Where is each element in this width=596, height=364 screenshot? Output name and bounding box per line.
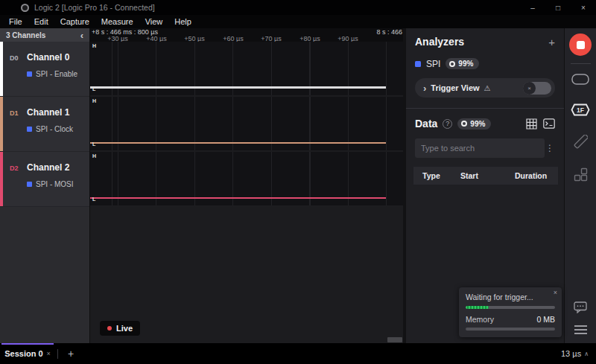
channel-row-2[interactable]: D2 Channel 2 SPI - MOSI (0, 152, 89, 207)
device-settings-button[interactable] (571, 74, 589, 85)
tool-sidebar: 1F (564, 28, 596, 343)
menu-measure[interactable]: Measure (95, 17, 139, 26)
channel-row-1[interactable]: D1 Channel 1 SPI - Clock (0, 97, 89, 152)
live-label: Live (116, 324, 133, 333)
analyzer-label: SPI - Enable (36, 70, 77, 78)
maximize-button[interactable]: □ (545, 0, 571, 15)
close-button[interactable]: × (571, 0, 596, 15)
waveform-viewport[interactable]: +8 s : 466 ms : 800 µs 8 s : 466 +30 µs … (90, 28, 406, 343)
analyzers-panel: Analyzers + SPI 99% › Trigger View ⚠ × D… (406, 28, 564, 343)
close-popup-icon[interactable]: × (554, 289, 557, 296)
channel-name[interactable]: Channel 1 (27, 107, 69, 118)
collapse-sidebar-icon[interactable]: ‹ (80, 31, 83, 40)
low-marker: L (92, 197, 95, 202)
low-marker: L (92, 86, 95, 92)
trigger-view-label: Trigger View (431, 83, 479, 92)
column-duration[interactable]: Duration (515, 171, 558, 180)
progress-ring-icon (449, 61, 455, 67)
waveform-track-0[interactable]: H L (90, 42, 403, 95)
main-area: 3 Channels ‹ D0 Channel 0 SPI - Enable D… (0, 28, 596, 343)
ruler-icon (574, 135, 588, 149)
progress-value: 99% (470, 120, 485, 128)
trigger-progress-bar (466, 306, 555, 309)
active-tab-indicator (1, 343, 54, 345)
search-input[interactable] (415, 138, 545, 158)
chevron-up-icon: ∧ (584, 351, 589, 357)
waveform-track-2[interactable]: H L (90, 152, 403, 205)
memory-label: Memory (466, 315, 494, 324)
trigger-progress-fill (466, 306, 489, 309)
menu-edit[interactable]: Edit (28, 17, 54, 26)
chat-bubble-icon (574, 301, 587, 313)
timeline-ticks: +30 µs +40 µs +50 µs +60 µs +70 µs +80 µ… (90, 35, 403, 42)
horizontal-scrollbar-thumb[interactable] (387, 337, 402, 342)
display-radix-button[interactable]: 1F (571, 103, 590, 116)
waiting-for-trigger-popup: × Waiting for trigger... Memory 0 MB (459, 287, 562, 337)
channel-id: D0 (10, 54, 19, 62)
data-title: Data (415, 118, 437, 130)
menu-view[interactable]: View (139, 17, 169, 26)
column-type[interactable]: Type (422, 171, 460, 180)
feedback-button[interactable] (574, 301, 587, 313)
menu-file[interactable]: File (3, 17, 28, 26)
analyzer-item-spi[interactable]: SPI 99% (415, 58, 555, 69)
analyzer-name: SPI (426, 59, 440, 69)
capture-duration-value: 13 µs (561, 349, 581, 358)
channel-analyzer-tag[interactable]: SPI - Enable (27, 70, 77, 78)
sidebar-divider (571, 63, 591, 64)
session-tab[interactable]: Session 0 × (0, 343, 55, 364)
hex-radix-icon: 1F (571, 103, 590, 116)
main-menu-button[interactable] (574, 325, 587, 334)
help-icon[interactable]: ? (443, 119, 452, 129)
window-title: Logic 2 [Logic Pro 16 - Connected] (34, 3, 155, 12)
window-controls: – □ × (520, 0, 596, 15)
new-session-button[interactable]: + (60, 348, 81, 360)
measurements-button[interactable] (574, 135, 588, 149)
close-session-icon[interactable]: × (47, 350, 51, 357)
analyzer-color-icon (27, 127, 32, 132)
channels-header: 3 Channels ‹ (0, 28, 89, 42)
toggle-knob-off-icon: × (523, 82, 536, 95)
data-table-header: Type Start Duration (413, 167, 558, 185)
menu-help[interactable]: Help (168, 17, 197, 26)
channel-analyzer-tag[interactable]: SPI - Clock (27, 125, 73, 133)
timeline-ruler[interactable]: +8 s : 466 ms : 800 µs 8 s : 466 +30 µs … (90, 28, 403, 42)
channel-name[interactable]: Channel 2 (27, 162, 69, 173)
column-start[interactable]: Start (460, 171, 515, 180)
channel-id: D2 (10, 165, 19, 172)
stop-capture-button[interactable] (569, 33, 592, 56)
channel-color-strip (0, 42, 3, 96)
capture-duration-control[interactable]: 13 µs ∧ (561, 349, 596, 358)
data-view-buttons (526, 118, 555, 130)
svg-text:1F: 1F (577, 106, 584, 114)
live-button[interactable]: Live (100, 321, 140, 336)
channel-analyzer-tag[interactable]: SPI - MOSI (27, 180, 74, 188)
hamburger-icon (574, 325, 587, 327)
extensions-button[interactable] (574, 167, 588, 182)
terminal-view-icon[interactable] (543, 118, 555, 129)
analyzer-label: SPI - MOSI (36, 180, 74, 188)
more-options-icon[interactable]: ⋮ (545, 143, 555, 153)
analyzer-color-icon (27, 71, 32, 77)
live-dot-icon (107, 326, 112, 331)
data-search-row: ⋮ (415, 138, 555, 158)
high-marker: H (92, 153, 96, 159)
add-analyzer-button[interactable]: + (548, 36, 555, 48)
waveform-track-1[interactable]: H L (90, 97, 403, 150)
menu-capture[interactable]: Capture (54, 17, 95, 26)
channel-row-0[interactable]: D0 Channel 0 SPI - Enable (0, 42, 89, 97)
analyzer-progress-badge: 99% (446, 58, 479, 69)
app-logo-icon (21, 4, 29, 12)
trigger-view-toggle[interactable]: × (523, 82, 551, 95)
chevron-right-icon[interactable]: › (423, 83, 426, 93)
grid-view-icon[interactable] (526, 118, 537, 130)
analyzer-label: SPI - Clock (36, 125, 73, 133)
memory-row: Memory 0 MB (466, 315, 555, 324)
channel-name[interactable]: Channel 0 (27, 52, 69, 63)
data-progress-badge: 99% (457, 118, 491, 130)
trigger-status-message: Waiting for trigger... (466, 293, 555, 301)
channels-sidebar: 3 Channels ‹ D0 Channel 0 SPI - Enable D… (0, 28, 90, 343)
analyzers-title: Analyzers (415, 36, 464, 48)
minimize-button[interactable]: – (520, 0, 545, 15)
trigger-view-row[interactable]: › Trigger View ⚠ × (415, 78, 555, 98)
